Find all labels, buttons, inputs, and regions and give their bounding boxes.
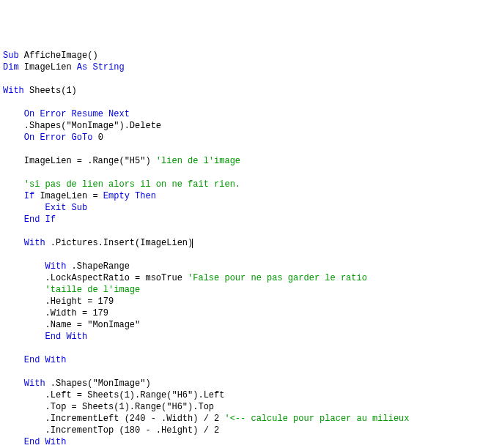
text-token [3, 261, 45, 272]
comment-token: '<-- calcule pour placer au milieux [224, 414, 409, 424]
code-line [3, 143, 477, 155]
code-line: If ImageLien = Empty Then [3, 190, 477, 202]
code-line [3, 73, 477, 85]
code-line: End If [3, 214, 477, 225]
code-line: 'si pas de lien alors il on ne fait rien… [3, 179, 477, 190]
text-token: .Left = Sheets(1).Range("H6").Left [3, 390, 224, 400]
text-token: .Width = 179 [3, 308, 108, 318]
text-token [3, 332, 45, 342]
text-token [3, 238, 24, 248]
text-token [3, 355, 24, 365]
keyword-token: With [24, 238, 45, 248]
keyword-token: On Error Resume Next [24, 109, 130, 119]
comment-token: 'lien de l'image [156, 156, 240, 166]
keyword-token: On Error GoTo [24, 132, 93, 143]
text-token [3, 285, 45, 295]
text-token [3, 109, 24, 119]
code-line: With Sheets(1) [3, 85, 477, 97]
text-token: .IncrementTop (180 - .Height) / 2 [3, 425, 219, 436]
code-line: .LockAspectRatio = msoTrue 'False pour n… [3, 272, 477, 284]
code-line: End With [3, 354, 477, 366]
text-token [3, 203, 45, 213]
text-token [3, 132, 24, 143]
text-token: .Top = Sheets(1).Range("H6").Top [3, 402, 214, 412]
text-token: AfficheImage() [19, 51, 98, 61]
code-line [3, 249, 477, 261]
keyword-token: End With [24, 355, 67, 365]
code-line: .Height = 179 [3, 296, 477, 307]
keyword-token: Exit Sub [45, 203, 88, 213]
code-line: .Shapes("MonImage").Delete [3, 120, 477, 132]
code-line: .Left = Sheets(1).Range("H6").Left [3, 389, 477, 401]
code-line: With .Pictures.Insert(ImageLien) [3, 237, 477, 249]
text-token: 0 [92, 132, 103, 143]
comment-token: 'si pas de lien alors il on ne fait rien… [24, 179, 240, 190]
code-line: With .ShapeRange [3, 261, 477, 272]
text-cursor [192, 239, 193, 248]
text-token: .Pictures.Insert(ImageLien) [45, 238, 193, 248]
comment-token: 'taille de l'image [45, 285, 141, 295]
code-line: Dim ImageLien As String [3, 61, 477, 73]
code-line: Sub AfficheImage() [3, 50, 477, 61]
code-line: 'taille de l'image [3, 284, 477, 296]
code-line [3, 366, 477, 378]
keyword-token: If [24, 191, 34, 201]
text-token: .Shapes("MonImage").Delete [3, 121, 161, 131]
code-line [3, 225, 477, 237]
text-token [3, 191, 24, 201]
text-token: ImageLien = .Range("H5") [3, 156, 156, 166]
keyword-token: With [24, 378, 45, 389]
keyword-token: Sub [3, 51, 19, 61]
text-token: .Shapes("MonImage") [45, 378, 151, 389]
code-block: Sub AfficheImage()Dim ImageLien As Strin… [3, 50, 477, 448]
text-token [3, 214, 24, 225]
keyword-token: As String [77, 62, 125, 72]
text-token: ImageLien [19, 62, 77, 72]
code-line: End With [3, 331, 477, 343]
text-token: .ShapeRange [66, 261, 129, 272]
code-line: On Error GoTo 0 [3, 132, 477, 143]
text-token: .Height = 179 [3, 296, 114, 307]
keyword-token: With [3, 86, 24, 96]
text-token [3, 437, 24, 447]
code-line: .IncrementLeft (240 - .Width) / 2 '<-- c… [3, 413, 477, 425]
code-line: .Name = "MonImage" [3, 319, 477, 331]
code-line: With .Shapes("MonImage") [3, 378, 477, 389]
code-line: .IncrementTop (180 - .Height) / 2 [3, 425, 477, 436]
code-line: On Error Resume Next [3, 108, 477, 120]
keyword-token: End With [45, 332, 88, 342]
code-line [3, 97, 477, 108]
text-token: ImageLien = [34, 191, 103, 201]
keyword-token: End If [24, 214, 56, 225]
code-line [3, 343, 477, 354]
text-token [3, 378, 24, 389]
text-token: .IncrementLeft (240 - .Width) / 2 [3, 414, 224, 424]
text-token: .LockAspectRatio = msoTrue [3, 273, 188, 283]
keyword-token: With [45, 261, 67, 272]
text-token: Sheets(1) [24, 86, 77, 96]
code-line [3, 167, 477, 179]
code-line: End With [3, 436, 477, 448]
keyword-token: End With [24, 437, 67, 447]
keyword-token: Empty Then [103, 191, 156, 201]
code-line: .Width = 179 [3, 307, 477, 319]
text-token [3, 179, 24, 190]
comment-token: 'False pour ne pas garder le ratio [188, 273, 367, 283]
keyword-token: Dim [3, 62, 19, 72]
text-token: .Name = "MonImage" [3, 320, 140, 330]
code-line: Exit Sub [3, 202, 477, 214]
code-line: ImageLien = .Range("H5") 'lien de l'imag… [3, 155, 477, 167]
code-line: .Top = Sheets(1).Range("H6").Top [3, 401, 477, 413]
